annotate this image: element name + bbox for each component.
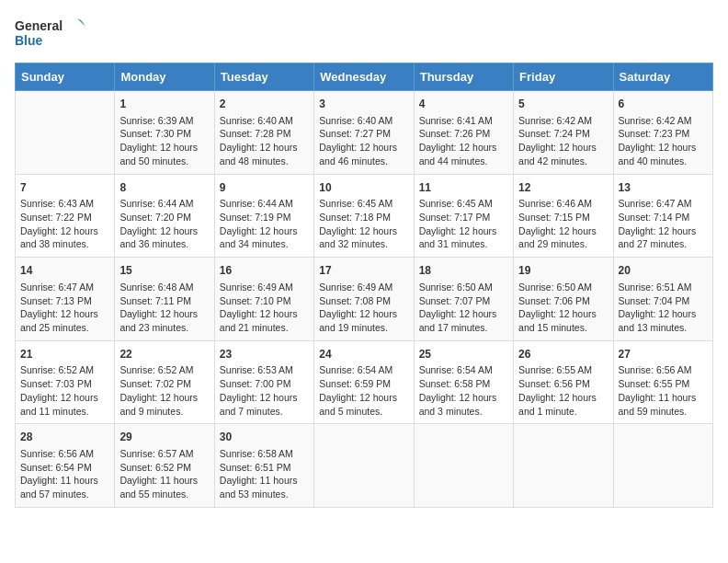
day-number: 24 <box>319 347 408 362</box>
day-number: 19 <box>518 263 608 279</box>
cell-content: Sunrise: 6:52 AM Sunset: 7:02 PM Dayligh… <box>119 363 209 418</box>
svg-text:Blue: Blue <box>15 33 43 48</box>
cell-content: Sunrise: 6:55 AM Sunset: 6:56 PM Dayligh… <box>518 363 608 418</box>
calendar-cell: 9Sunrise: 6:44 AM Sunset: 7:19 PM Daylig… <box>214 174 313 258</box>
cell-content: Sunrise: 6:42 AM Sunset: 7:23 PM Dayligh… <box>619 114 708 168</box>
calendar-cell: 3Sunrise: 6:40 AM Sunset: 7:27 PM Daylig… <box>314 91 414 175</box>
calendar-cell: 12Sunrise: 6:46 AM Sunset: 7:15 PM Dayli… <box>514 174 613 258</box>
day-number: 5 <box>518 97 608 112</box>
day-number: 2 <box>220 97 309 112</box>
day-number: 30 <box>220 430 309 445</box>
calendar-row: 21Sunrise: 6:52 AM Sunset: 7:03 PM Dayli… <box>16 340 713 424</box>
header-day: Sunday <box>16 63 115 91</box>
calendar-cell: 27Sunrise: 6:56 AM Sunset: 6:55 PM Dayli… <box>613 340 712 424</box>
calendar-cell: 6Sunrise: 6:42 AM Sunset: 7:23 PM Daylig… <box>613 91 712 175</box>
page-header: General Blue <box>15 15 713 52</box>
calendar-cell: 18Sunrise: 6:50 AM Sunset: 7:07 PM Dayli… <box>414 258 513 341</box>
day-number: 26 <box>518 347 608 362</box>
cell-content: Sunrise: 6:49 AM Sunset: 7:08 PM Dayligh… <box>319 281 408 335</box>
cell-content: Sunrise: 6:39 AM Sunset: 7:30 PM Dayligh… <box>119 114 209 168</box>
cell-content: Sunrise: 6:47 AM Sunset: 7:14 PM Dayligh… <box>619 197 708 251</box>
day-number: 15 <box>119 263 209 279</box>
calendar-cell: 8Sunrise: 6:44 AM Sunset: 7:20 PM Daylig… <box>115 174 214 258</box>
calendar-table: SundayMondayTuesdayWednesdayThursdayFrid… <box>15 63 713 508</box>
header-day: Wednesday <box>314 63 414 91</box>
day-number: 25 <box>419 347 508 362</box>
day-number: 16 <box>220 263 309 279</box>
svg-marker-2 <box>77 18 85 26</box>
calendar-cell: 28Sunrise: 6:56 AM Sunset: 6:54 PM Dayli… <box>16 424 115 508</box>
calendar-cell: 7Sunrise: 6:43 AM Sunset: 7:22 PM Daylig… <box>16 174 115 258</box>
cell-content: Sunrise: 6:40 AM Sunset: 7:27 PM Dayligh… <box>319 114 408 168</box>
logo-icon: General Blue <box>15 15 88 52</box>
svg-text:General: General <box>15 18 63 33</box>
calendar-cell: 4Sunrise: 6:41 AM Sunset: 7:26 PM Daylig… <box>414 91 513 175</box>
calendar-cell <box>514 424 613 508</box>
day-number: 10 <box>319 180 408 196</box>
cell-content: Sunrise: 6:50 AM Sunset: 7:06 PM Dayligh… <box>518 281 608 335</box>
header-day: Monday <box>115 63 214 91</box>
cell-content: Sunrise: 6:40 AM Sunset: 7:28 PM Dayligh… <box>220 114 309 168</box>
calendar-cell <box>414 424 513 508</box>
calendar-cell: 23Sunrise: 6:53 AM Sunset: 7:00 PM Dayli… <box>214 340 313 424</box>
calendar-cell: 29Sunrise: 6:57 AM Sunset: 6:52 PM Dayli… <box>115 424 214 508</box>
cell-content: Sunrise: 6:43 AM Sunset: 7:22 PM Dayligh… <box>20 197 109 251</box>
day-number: 29 <box>119 430 209 445</box>
day-number: 7 <box>20 180 109 196</box>
calendar-cell: 20Sunrise: 6:51 AM Sunset: 7:04 PM Dayli… <box>613 258 712 341</box>
cell-content: Sunrise: 6:46 AM Sunset: 7:15 PM Dayligh… <box>518 197 608 251</box>
calendar-cell: 30Sunrise: 6:58 AM Sunset: 6:51 PM Dayli… <box>214 424 313 508</box>
day-number: 3 <box>319 97 408 112</box>
calendar-cell: 24Sunrise: 6:54 AM Sunset: 6:59 PM Dayli… <box>314 340 414 424</box>
day-number: 11 <box>419 180 508 196</box>
cell-content: Sunrise: 6:51 AM Sunset: 7:04 PM Dayligh… <box>619 281 708 335</box>
day-number: 4 <box>419 97 508 112</box>
day-number: 21 <box>20 347 109 362</box>
day-number: 28 <box>20 430 109 445</box>
calendar-cell <box>16 91 115 175</box>
calendar-cell: 2Sunrise: 6:40 AM Sunset: 7:28 PM Daylig… <box>214 91 313 175</box>
header-row: SundayMondayTuesdayWednesdayThursdayFrid… <box>16 63 713 91</box>
calendar-cell: 16Sunrise: 6:49 AM Sunset: 7:10 PM Dayli… <box>214 258 313 341</box>
day-number: 13 <box>619 180 708 196</box>
header-day: Saturday <box>613 63 712 91</box>
calendar-cell: 13Sunrise: 6:47 AM Sunset: 7:14 PM Dayli… <box>613 174 712 258</box>
cell-content: Sunrise: 6:42 AM Sunset: 7:24 PM Dayligh… <box>518 114 608 168</box>
cell-content: Sunrise: 6:56 AM Sunset: 6:54 PM Dayligh… <box>20 447 109 501</box>
calendar-cell: 15Sunrise: 6:48 AM Sunset: 7:11 PM Dayli… <box>115 258 214 341</box>
day-number: 14 <box>20 263 109 279</box>
day-number: 18 <box>419 263 508 279</box>
header-day: Thursday <box>414 63 513 91</box>
cell-content: Sunrise: 6:53 AM Sunset: 7:00 PM Dayligh… <box>220 363 309 418</box>
cell-content: Sunrise: 6:45 AM Sunset: 7:18 PM Dayligh… <box>319 197 408 251</box>
header-day: Tuesday <box>214 63 313 91</box>
cell-content: Sunrise: 6:47 AM Sunset: 7:13 PM Dayligh… <box>20 281 109 335</box>
day-number: 9 <box>220 180 309 196</box>
cell-content: Sunrise: 6:41 AM Sunset: 7:26 PM Dayligh… <box>419 114 508 168</box>
calendar-cell: 14Sunrise: 6:47 AM Sunset: 7:13 PM Dayli… <box>16 258 115 341</box>
calendar-cell: 10Sunrise: 6:45 AM Sunset: 7:18 PM Dayli… <box>314 174 414 258</box>
svg-marker-3 <box>81 20 86 28</box>
calendar-cell: 21Sunrise: 6:52 AM Sunset: 7:03 PM Dayli… <box>16 340 115 424</box>
day-number: 12 <box>518 180 608 196</box>
day-number: 8 <box>119 180 209 196</box>
cell-content: Sunrise: 6:50 AM Sunset: 7:07 PM Dayligh… <box>419 281 508 335</box>
calendar-cell: 19Sunrise: 6:50 AM Sunset: 7:06 PM Dayli… <box>514 258 613 341</box>
calendar-cell: 26Sunrise: 6:55 AM Sunset: 6:56 PM Dayli… <box>514 340 613 424</box>
day-number: 6 <box>619 97 708 112</box>
day-number: 20 <box>619 263 708 279</box>
calendar-cell: 22Sunrise: 6:52 AM Sunset: 7:02 PM Dayli… <box>115 340 214 424</box>
day-number: 1 <box>119 97 209 112</box>
calendar-row: 28Sunrise: 6:56 AM Sunset: 6:54 PM Dayli… <box>16 424 713 508</box>
calendar-cell: 5Sunrise: 6:42 AM Sunset: 7:24 PM Daylig… <box>514 91 613 175</box>
logo: General Blue <box>15 15 88 52</box>
day-number: 27 <box>619 347 708 362</box>
cell-content: Sunrise: 6:52 AM Sunset: 7:03 PM Dayligh… <box>20 363 109 418</box>
cell-content: Sunrise: 6:56 AM Sunset: 6:55 PM Dayligh… <box>619 363 708 418</box>
day-number: 17 <box>319 263 408 279</box>
calendar-row: 14Sunrise: 6:47 AM Sunset: 7:13 PM Dayli… <box>16 258 713 341</box>
calendar-row: 7Sunrise: 6:43 AM Sunset: 7:22 PM Daylig… <box>16 174 713 258</box>
day-number: 23 <box>220 347 309 362</box>
calendar-cell <box>314 424 414 508</box>
cell-content: Sunrise: 6:49 AM Sunset: 7:10 PM Dayligh… <box>220 281 309 335</box>
